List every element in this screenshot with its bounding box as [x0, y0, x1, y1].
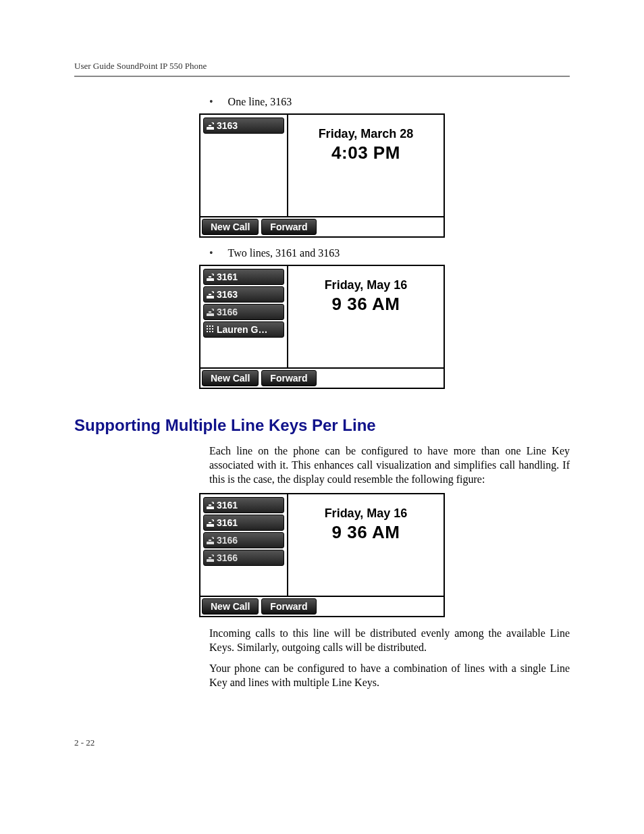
phone-display-3: 3161316131663166Friday, May 169 36 AMNew… [199, 493, 445, 617]
svg-rect-1 [209, 325, 211, 327]
header-rule [74, 76, 570, 77]
phone-icon [207, 122, 215, 129]
line-key[interactable]: 3166 [203, 532, 284, 548]
svg-rect-0 [207, 325, 208, 327]
svg-rect-6 [207, 331, 208, 332]
line-key[interactable]: 3166 [203, 304, 284, 320]
bullet-text: Two lines, 3161 and 3163 [228, 247, 340, 259]
line-key-label: Lauren G… [217, 324, 267, 335]
phone-icon [207, 537, 215, 544]
phone-icon [207, 273, 215, 280]
page-number: 2 - 22 [74, 737, 570, 748]
svg-rect-7 [209, 331, 211, 332]
forward-softkey[interactable]: Forward [261, 598, 316, 615]
bullet-item: • Two lines, 3161 and 3163 [209, 247, 570, 259]
time-display: 9 36 AM [332, 294, 400, 315]
svg-rect-4 [209, 328, 211, 330]
new-call-softkey[interactable]: New Call [202, 219, 259, 235]
bullet-dot-icon: • [209, 96, 213, 108]
time-display: 4:03 PM [331, 142, 400, 163]
phone-icon [207, 519, 215, 526]
page-header: User Guide SoundPoint IP 550 Phone [74, 61, 570, 72]
bullet-item: • One line, 3163 [209, 96, 570, 108]
date-display: Friday, March 28 [319, 127, 414, 141]
line-key[interactable]: 3161 [203, 269, 284, 285]
phone-icon [207, 554, 215, 561]
line-key[interactable]: 3163 [203, 286, 284, 303]
line-key[interactable]: 3166 [203, 550, 284, 566]
section-heading: Supporting Multiple Line Keys Per Line [74, 416, 570, 435]
date-display: Friday, May 16 [325, 278, 408, 292]
keypad-icon [207, 325, 215, 334]
date-display: Friday, May 16 [325, 506, 408, 521]
softkey-spacer [318, 217, 444, 236]
body-paragraph: Each line on the phone can be configured… [209, 444, 570, 486]
phone-display-2: 316131633166Lauren G…Friday, May 169 36 … [199, 265, 445, 389]
line-key-label: 3166 [217, 535, 238, 546]
softkey-spacer [318, 369, 444, 388]
line-key-label: 3161 [217, 500, 238, 511]
phone-display-1: 3163Friday, March 284:03 PMNew CallForwa… [199, 113, 445, 238]
forward-softkey[interactable]: Forward [261, 219, 316, 235]
svg-rect-3 [207, 328, 208, 330]
new-call-softkey[interactable]: New Call [202, 598, 259, 615]
line-key-label: 3163 [217, 289, 238, 300]
line-key-label: 3166 [217, 307, 238, 317]
time-display: 9 36 AM [332, 522, 400, 543]
phone-icon [207, 291, 215, 298]
line-key-label: 3161 [217, 271, 238, 282]
bullet-text: One line, 3163 [228, 96, 292, 108]
line-key[interactable]: 3161 [203, 515, 284, 531]
body-paragraph: Your phone can be configured to have a c… [209, 662, 570, 690]
line-key-label: 3163 [217, 120, 238, 131]
line-key[interactable]: 3163 [203, 118, 284, 134]
phone-icon [207, 502, 215, 509]
softkey-spacer [318, 597, 444, 616]
forward-softkey[interactable]: Forward [261, 370, 316, 386]
line-key-label: 3161 [217, 517, 238, 528]
bullet-dot-icon: • [209, 247, 213, 259]
svg-rect-2 [212, 325, 213, 327]
line-key[interactable]: Lauren G… [203, 321, 284, 338]
line-key[interactable]: 3161 [203, 497, 284, 513]
line-key-label: 3166 [217, 552, 238, 563]
body-paragraph: Incoming calls to this line will be dist… [209, 627, 570, 655]
phone-icon [207, 309, 215, 315]
new-call-softkey[interactable]: New Call [202, 370, 259, 386]
svg-rect-8 [212, 331, 213, 332]
svg-rect-5 [212, 328, 213, 330]
